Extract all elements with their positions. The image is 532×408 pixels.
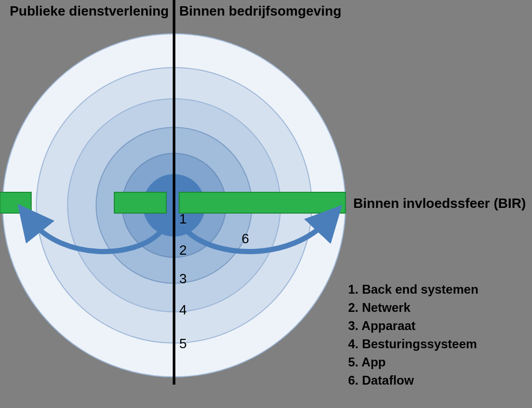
ring-num-3: 3 <box>179 271 187 286</box>
legend-3: 3. Apparaat <box>348 319 416 333</box>
legend: 1. Back end systemen 2. Netwerk 3. Appar… <box>348 282 478 387</box>
dataflow-bar-right <box>179 192 345 213</box>
dataflow-bar-mid <box>114 192 166 213</box>
header-right: Binnen bedrijfsomgeving <box>179 3 341 19</box>
legend-2: 2. Netwerk <box>348 300 411 314</box>
label-right: Binnen invloedssfeer (BIR) <box>353 195 526 211</box>
legend-6: 6. Dataflow <box>348 373 414 387</box>
ring-num-4: 4 <box>179 302 187 318</box>
dataflow-bar-left <box>0 192 31 213</box>
ring-num-5: 5 <box>179 336 187 351</box>
legend-5: 5. App <box>348 355 385 369</box>
ring-num-2: 2 <box>179 242 187 258</box>
legend-4: 4. Besturingssysteem <box>348 337 477 351</box>
ring-num-6: 6 <box>242 231 249 246</box>
legend-1: 1. Back end systemen <box>348 282 478 296</box>
header-left: Publieke dienstverlening <box>10 3 169 19</box>
